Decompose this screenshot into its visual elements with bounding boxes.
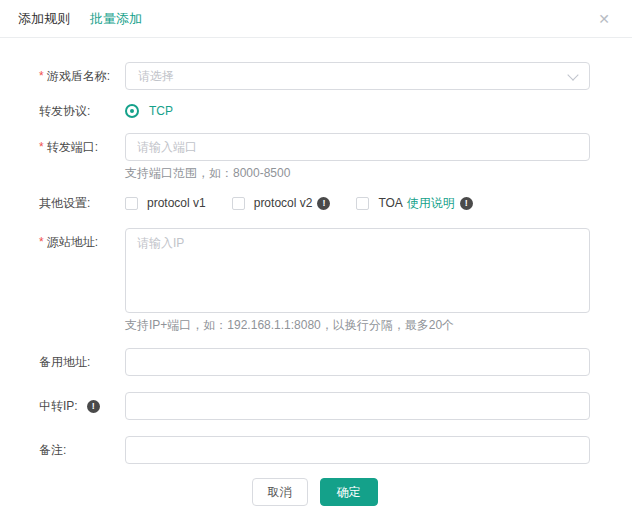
protocol-v2-info-icon[interactable]: ! [317, 197, 330, 210]
field-row-other-settings: 其他设置: protocol v1 protocol v2 ! TOA [39, 196, 590, 210]
usage-instructions-link[interactable]: 使用说明 [407, 196, 455, 210]
shield-name-label: * 游戏盾名称: [39, 62, 125, 90]
required-asterisk: * [39, 62, 44, 90]
required-asterisk: * [39, 133, 44, 161]
port-input[interactable] [125, 133, 590, 161]
protocol-v1-checkbox[interactable] [125, 197, 138, 210]
remark-input[interactable] [125, 436, 590, 464]
backup-address-label: 备用地址: [39, 348, 125, 376]
protocol-v1-label[interactable]: protocol v1 [147, 196, 206, 210]
backup-address-input[interactable] [125, 348, 590, 376]
required-asterisk: * [39, 228, 44, 256]
batch-add-link[interactable]: 批量添加 [90, 10, 142, 28]
port-hint: 支持端口范围，如：8000-8500 [125, 166, 590, 180]
transit-ip-label: 中转IP: ! [39, 392, 125, 420]
shield-name-select[interactable]: 请选择 [125, 62, 590, 90]
protocol-v2-label[interactable]: protocol v2 [254, 196, 313, 210]
other-settings-label: 其他设置: [39, 196, 125, 210]
dialog-footer: 取消 确定 [39, 478, 590, 506]
field-row-origin-address: * 源站地址: 支持IP+端口，如：192.168.1.1:8080，以换行分隔… [39, 228, 590, 332]
checkbox-item-toa: TOA 使用说明 ! [356, 196, 472, 210]
origin-address-hint: 支持IP+端口，如：192.168.1.1:8080，以换行分隔，最多20个 [125, 318, 590, 332]
confirm-button[interactable]: 确定 [320, 478, 378, 506]
tcp-radio-label[interactable]: TCP [149, 104, 173, 118]
field-row-protocol: 转发协议: TCP [39, 97, 590, 125]
field-row-port: * 转发端口: 支持端口范围，如：8000-8500 [39, 133, 590, 180]
toa-checkbox[interactable] [356, 197, 369, 210]
toa-label[interactable]: TOA [378, 196, 402, 210]
protocol-label: 转发协议: [39, 97, 125, 125]
protocol-v2-checkbox[interactable] [232, 197, 245, 210]
close-icon[interactable]: ✕ [594, 9, 614, 29]
field-row-remark: 备注: [39, 436, 590, 464]
dialog-title: 添加规则 [18, 10, 70, 28]
cancel-button[interactable]: 取消 [252, 478, 308, 506]
chevron-down-icon [567, 69, 578, 80]
shield-name-placeholder: 请选择 [138, 68, 174, 85]
transit-ip-input[interactable] [125, 392, 590, 420]
add-rule-dialog: 添加规则 批量添加 ✕ * 游戏盾名称: 请选择 转发协议: [0, 0, 632, 529]
transit-ip-info-icon[interactable]: ! [87, 400, 100, 413]
field-row-transit-ip: 中转IP: ! [39, 392, 590, 420]
dialog-body: * 游戏盾名称: 请选择 转发协议: TCP [0, 62, 632, 506]
checkbox-item-protocol-v2: protocol v2 ! [232, 196, 331, 210]
port-label: * 转发端口: [39, 133, 125, 161]
field-row-backup-address: 备用地址: [39, 348, 590, 376]
dialog-header: 添加规则 批量添加 [0, 0, 632, 38]
remark-label: 备注: [39, 436, 125, 464]
field-row-shield-name: * 游戏盾名称: 请选择 [39, 62, 590, 90]
origin-address-label: * 源站地址: [39, 228, 125, 256]
origin-address-textarea[interactable] [125, 228, 590, 313]
usage-instructions-info-icon[interactable]: ! [460, 197, 473, 210]
tcp-radio-selected[interactable] [125, 104, 139, 118]
checkbox-item-protocol-v1: protocol v1 [125, 196, 206, 210]
